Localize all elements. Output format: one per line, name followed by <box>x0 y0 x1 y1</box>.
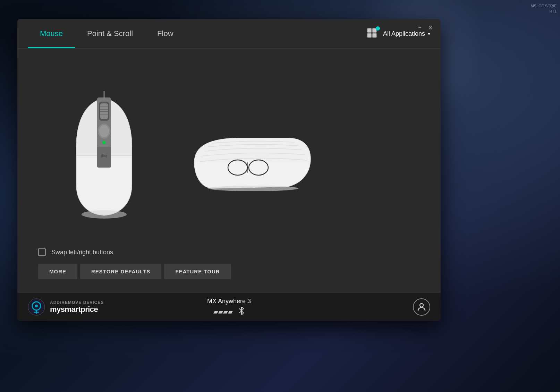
tab-point-scroll[interactable]: Point & Scroll <box>75 19 145 48</box>
svg-point-27 <box>420 304 423 307</box>
logitech-logo <box>28 298 45 316</box>
brand-text: ADD/REMOVE DEVICES mysmartprice <box>50 300 104 314</box>
svg-rect-6 <box>100 103 108 119</box>
tab-bar: Mouse Point & Scroll Flow All Applicat <box>17 19 441 49</box>
profile-section <box>413 298 430 316</box>
profile-button[interactable] <box>413 298 430 316</box>
minimize-button[interactable]: − <box>415 23 425 33</box>
user-icon <box>416 302 427 312</box>
svg-point-25 <box>35 305 38 307</box>
mouse-side-svg <box>184 135 316 194</box>
svg-point-12 <box>99 125 109 137</box>
watermark: MSI GE SERIE RT1 <box>531 3 557 14</box>
title-bar: − ✕ <box>409 19 441 36</box>
swap-checkbox[interactable] <box>38 248 46 256</box>
bluetooth-icon <box>238 307 245 316</box>
swap-label: Swap left/right buttons <box>51 249 113 256</box>
apps-grid-icon[interactable] <box>366 27 379 40</box>
more-button[interactable]: MORE <box>38 264 77 279</box>
svg-point-13 <box>102 141 106 144</box>
app-window: − ✕ Mouse Point & Scroll Flow <box>17 19 441 321</box>
bottom-bar: ADD/REMOVE DEVICES mysmartprice MX Anywh… <box>17 293 441 321</box>
svg-point-17 <box>82 210 127 219</box>
tab-mouse[interactable]: Mouse <box>28 19 75 48</box>
battery-icon: ▰▰▰▰ <box>213 308 233 316</box>
svg-rect-0 <box>367 28 372 33</box>
svg-text:logi: logi <box>101 154 107 158</box>
svg-rect-2 <box>367 33 372 37</box>
brand-section[interactable]: ADD/REMOVE DEVICES mysmartprice <box>28 298 104 316</box>
mouse-display: logi <box>31 56 427 245</box>
mouse-side-view <box>184 135 316 194</box>
svg-point-21 <box>208 186 298 191</box>
tab-flow[interactable]: Flow <box>145 19 185 48</box>
notification-dot <box>376 26 380 31</box>
controls-area: Swap left/right buttons MORE RESTORE DEF… <box>31 245 427 283</box>
add-remove-label: ADD/REMOVE DEVICES <box>50 300 104 305</box>
swap-row: Swap left/right buttons <box>38 248 427 256</box>
device-center: MX Anywhere 3 ▰▰▰▰ <box>207 298 251 316</box>
feature-tour-button[interactable]: FEATURE TOUR <box>164 264 231 279</box>
device-name: MX Anywhere 3 <box>207 298 251 305</box>
mouse-front-svg: logi <box>59 91 149 220</box>
buttons-row: MORE RESTORE DEFAULTS FEATURE TOUR <box>38 264 427 279</box>
mouse-front-view: logi <box>59 91 149 216</box>
brand-name: mysmartprice <box>50 305 104 314</box>
tabs-container: Mouse Point & Scroll Flow <box>28 19 186 48</box>
restore-defaults-button[interactable]: RESTORE DEFAULTS <box>80 264 161 279</box>
main-content: logi <box>17 49 441 293</box>
close-button[interactable]: ✕ <box>425 23 435 33</box>
device-icons: ▰▰▰▰ <box>213 307 245 316</box>
svg-rect-3 <box>372 33 376 37</box>
